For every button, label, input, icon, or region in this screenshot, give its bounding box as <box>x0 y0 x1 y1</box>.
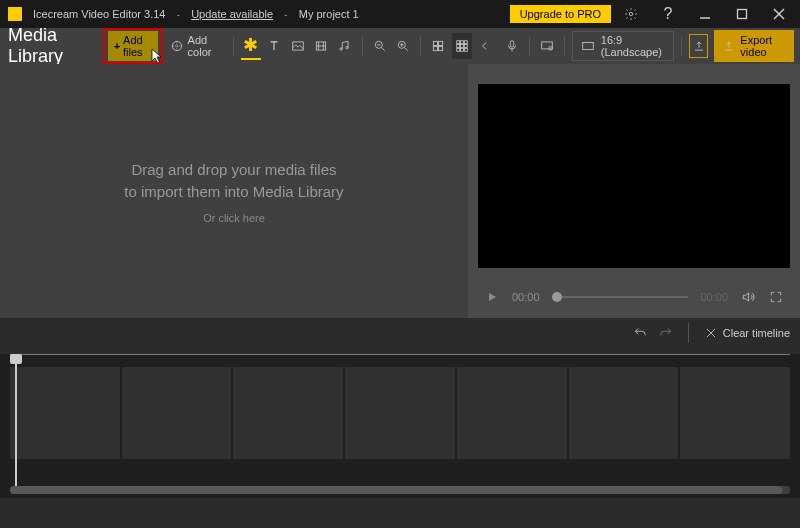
export-settings-button[interactable] <box>689 34 708 58</box>
color-wheel-icon <box>170 38 184 54</box>
export-label: Export video <box>740 34 786 58</box>
zoom-out-button[interactable] <box>369 33 389 59</box>
track-slot[interactable] <box>10 367 120 459</box>
svg-rect-2 <box>738 10 747 19</box>
voiceover-button[interactable] <box>501 33 521 59</box>
upgrade-button[interactable]: Upgrade to PRO <box>510 5 611 23</box>
separator <box>564 36 565 56</box>
total-time: 00:00 <box>700 291 728 303</box>
track-slot[interactable] <box>122 367 232 459</box>
track-slot[interactable] <box>345 367 455 459</box>
screen-record-button[interactable] <box>537 33 557 59</box>
add-color-label: Add color <box>188 34 222 58</box>
svg-rect-23 <box>464 41 467 44</box>
dropzone-text-1: Drag and drop your media files <box>131 159 336 182</box>
aspect-ratio-selector[interactable]: 16:9 (Landscape) <box>572 31 675 61</box>
timeline-ruler[interactable] <box>10 354 790 361</box>
separator <box>420 36 421 56</box>
current-time: 00:00 <box>512 291 540 303</box>
text-icon <box>266 38 282 54</box>
add-color-button[interactable]: Add color <box>166 33 226 59</box>
dropzone-sub: Or click here <box>203 212 265 224</box>
svg-rect-29 <box>464 48 467 51</box>
redo-button[interactable] <box>658 325 674 341</box>
grid-small-icon <box>454 38 470 54</box>
progress-slider[interactable] <box>552 296 689 298</box>
preview-panel: 00:00 00:00 <box>468 64 800 318</box>
svg-rect-24 <box>456 45 459 48</box>
titlebar: Icecream Video Editor 3.14 - Update avai… <box>0 0 800 28</box>
zoom-in-button[interactable] <box>393 33 413 59</box>
filter-favorite-button[interactable]: ✱ <box>241 32 261 60</box>
media-library-dropzone[interactable]: Drag and drop your media files to import… <box>0 64 468 318</box>
settings-button[interactable] <box>614 0 648 28</box>
svg-rect-19 <box>434 47 438 51</box>
microphone-icon <box>504 38 520 54</box>
star-icon: ✱ <box>243 34 258 56</box>
separator <box>362 36 363 56</box>
gear-icon <box>623 6 639 22</box>
add-files-button[interactable]: + Add files <box>108 31 158 61</box>
filter-text-button[interactable] <box>264 33 284 59</box>
maximize-button[interactable] <box>725 0 759 28</box>
timeline-toolbar: Clear timeline <box>0 318 800 348</box>
separator <box>529 36 530 56</box>
view-small-button[interactable] <box>452 33 472 59</box>
timeline[interactable] <box>0 354 800 498</box>
svg-rect-26 <box>464 45 467 48</box>
update-link[interactable]: Update available <box>187 8 277 20</box>
chevron-left-icon <box>477 38 493 54</box>
filter-video-button[interactable] <box>311 33 331 59</box>
track-slot[interactable] <box>457 367 567 459</box>
highlight-box: + Add files <box>103 28 163 64</box>
player-controls: 00:00 00:00 <box>478 276 790 318</box>
timeline-tracks <box>0 361 800 465</box>
clear-timeline-label: Clear timeline <box>723 327 790 339</box>
dropzone-text-2: to import them into Media Library <box>124 181 343 204</box>
svg-rect-25 <box>460 45 463 48</box>
track-slot[interactable] <box>680 367 790 459</box>
svg-rect-18 <box>439 41 443 45</box>
app-logo <box>8 7 22 21</box>
export-icon <box>722 38 736 54</box>
svg-rect-17 <box>434 41 438 45</box>
aspect-icon <box>581 38 595 54</box>
svg-point-8 <box>340 48 342 50</box>
track-slot[interactable] <box>569 367 679 459</box>
undo-button[interactable] <box>632 325 648 341</box>
svg-point-0 <box>629 12 633 16</box>
separator <box>681 36 682 56</box>
playhead[interactable] <box>10 354 22 494</box>
filter-image-button[interactable] <box>287 33 307 59</box>
close-button[interactable] <box>762 0 796 28</box>
media-library-title: Media Library <box>6 25 100 67</box>
help-button[interactable]: ? <box>651 0 685 28</box>
track-slot[interactable] <box>233 367 343 459</box>
svg-point-32 <box>549 47 553 51</box>
toolbar: Media Library + Add files Add color ✱ 16… <box>0 28 800 64</box>
project-name: My project 1 <box>295 8 363 20</box>
play-button[interactable] <box>484 289 500 305</box>
screen-icon <box>539 38 555 54</box>
collapse-button[interactable] <box>475 33 495 59</box>
view-large-button[interactable] <box>428 33 448 59</box>
svg-rect-33 <box>583 43 594 50</box>
export-button[interactable]: Export video <box>714 30 794 62</box>
separator <box>233 36 234 56</box>
zoom-out-icon <box>372 38 388 54</box>
music-icon <box>336 38 352 54</box>
svg-rect-27 <box>456 48 459 51</box>
clear-timeline-button[interactable]: Clear timeline <box>703 325 790 341</box>
timeline-scrollbar[interactable] <box>10 486 790 494</box>
separator <box>688 323 689 343</box>
minimize-button[interactable] <box>688 0 722 28</box>
fullscreen-button[interactable] <box>768 289 784 305</box>
svg-rect-22 <box>460 41 463 44</box>
export-settings-icon <box>691 38 707 54</box>
svg-line-11 <box>381 48 384 51</box>
plus-icon: + <box>114 40 120 52</box>
filter-audio-button[interactable] <box>334 33 354 59</box>
volume-button[interactable] <box>740 289 756 305</box>
svg-rect-30 <box>510 41 514 47</box>
separator: - <box>280 8 292 20</box>
